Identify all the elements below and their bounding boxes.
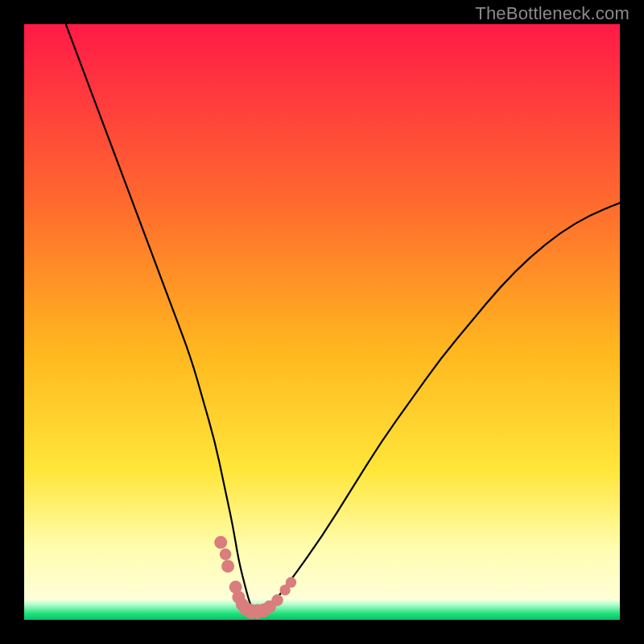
marker-dot [271,594,283,606]
chart-svg [24,24,620,620]
watermark-text: TheBottleneck.com [475,3,630,24]
bottleneck-curve [66,24,620,611]
plot-area [24,24,620,620]
marker-dot [286,577,296,588]
marker-dot [220,548,232,560]
outer-frame: TheBottleneck.com [0,0,644,644]
marker-dot [221,559,234,572]
bottleneck-markers [214,536,296,619]
marker-dot [214,536,227,549]
